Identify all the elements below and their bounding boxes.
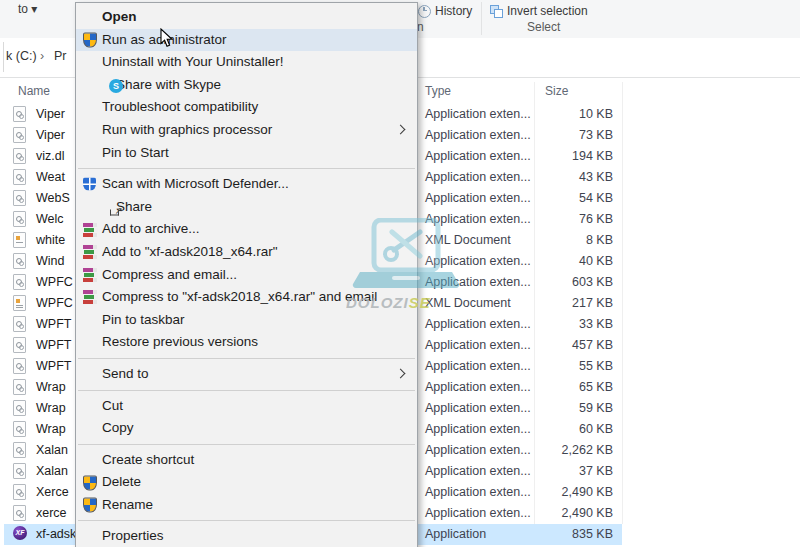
winrar-icon	[83, 223, 98, 237]
select-group-label: Select	[527, 20, 560, 34]
menu-item-rename[interactable]: Rename	[76, 494, 417, 517]
menu-item-create-shortcut[interactable]: Create shortcut	[76, 449, 417, 472]
menu-item-copy[interactable]: Copy	[76, 417, 417, 440]
file-type: Application exten...	[425, 422, 531, 436]
copy-to-button-fragment[interactable]: to ▾	[18, 2, 37, 16]
menu-item-add-to-archive[interactable]: Add to archive...	[76, 218, 417, 241]
menu-item-label: Open	[102, 9, 137, 24]
menu-separator	[78, 520, 415, 521]
file-size: 33 KB	[545, 317, 613, 331]
file-type: Application exten...	[425, 107, 531, 121]
dll-file-icon	[13, 358, 26, 374]
dll-file-icon	[13, 211, 26, 227]
menu-item-troubleshoot-compatibility[interactable]: Troubleshoot compatibility	[76, 96, 417, 119]
file-type: Application exten...	[425, 191, 531, 205]
file-name: WPFT	[36, 359, 71, 373]
menu-item-label: Delete	[102, 474, 141, 489]
menu-item-label: Properties	[102, 528, 164, 543]
menu-item-label: Troubleshoot compatibility	[102, 99, 258, 114]
file-size: 73 KB	[545, 128, 613, 142]
winrar-icon	[83, 290, 98, 304]
menu-item-pin-to-taskbar[interactable]: Pin to taskbar	[76, 309, 417, 332]
invert-selection-icon	[490, 5, 503, 18]
file-size: 835 KB	[545, 527, 613, 541]
menu-item-run-with-graphics-processor[interactable]: Run with graphics processor	[76, 119, 417, 142]
menu-item-delete[interactable]: Delete	[76, 471, 417, 494]
file-name: Viper	[36, 128, 65, 142]
menu-item-cut[interactable]: Cut	[76, 395, 417, 418]
file-size: 54 KB	[545, 191, 613, 205]
menu-item-share[interactable]: Share	[76, 196, 417, 219]
skype-icon	[109, 79, 123, 93]
column-header-name[interactable]: Name	[18, 84, 50, 98]
menu-item-label: Copy	[102, 420, 134, 435]
file-type: Application exten...	[425, 401, 531, 415]
menu-item-compress-and-email[interactable]: Compress and email...	[76, 264, 417, 287]
menu-item-label: Restore previous versions	[102, 334, 258, 349]
file-type: Application exten...	[425, 443, 531, 457]
menu-item-label: Add to "xf-adsk2018_x64.rar"	[102, 244, 277, 259]
file-type: Application exten...	[425, 212, 531, 226]
file-name: WebS	[36, 191, 70, 205]
file-size: 603 KB	[545, 275, 613, 289]
menu-item-label: Compress to "xf-adsk2018_x64.rar" and em…	[102, 289, 377, 304]
menu-item-compress-to-xf-adsk2018-x64-rar-and-email[interactable]: Compress to "xf-adsk2018_x64.rar" and em…	[76, 286, 417, 309]
file-name: viz.dl	[36, 149, 64, 163]
menu-item-uninstall-with-your-uninstaller[interactable]: Uninstall with Your Uninstaller!	[76, 51, 417, 74]
file-name: Weat	[36, 170, 65, 184]
file-size: 2,262 KB	[545, 443, 613, 457]
submenu-chevron-icon	[396, 369, 406, 379]
menu-item-label: Run as administrator	[102, 32, 227, 47]
menu-item-send-to[interactable]: Send to	[76, 363, 417, 386]
menu-item-open[interactable]: Open	[76, 6, 417, 29]
menu-item-add-to-xf-adsk2018-x64-rar[interactable]: Add to "xf-adsk2018_x64.rar"	[76, 241, 417, 264]
menu-item-run-as-administrator[interactable]: Run as administrator	[76, 29, 417, 52]
dll-file-icon	[13, 169, 26, 185]
breadcrumb-segment[interactable]: k (C:)	[6, 49, 37, 63]
file-size: 59 KB	[545, 401, 613, 415]
file-size: 10 KB	[545, 107, 613, 121]
file-type: Application exten...	[425, 275, 531, 289]
menu-separator	[78, 444, 415, 445]
file-size: 194 KB	[545, 149, 613, 163]
context-menu: OpenRun as administratorUninstall with Y…	[75, 2, 418, 547]
menu-item-share-with-skype[interactable]: Share with Skype	[76, 74, 417, 97]
file-type: Application exten...	[425, 359, 531, 373]
column-header-size[interactable]: Size	[545, 84, 568, 98]
file-type: Application exten...	[425, 170, 531, 184]
menu-item-properties[interactable]: Properties	[76, 525, 417, 547]
menu-item-label: Send to	[102, 366, 149, 381]
menu-item-pin-to-start[interactable]: Pin to Start	[76, 142, 417, 165]
winrar-icon	[83, 268, 98, 282]
menu-item-scan-with-microsoft-defender[interactable]: Scan with Microsoft Defender...	[76, 173, 417, 196]
file-type: Application exten...	[425, 317, 531, 331]
file-size: 37 KB	[545, 464, 613, 478]
file-type: Application	[425, 527, 486, 541]
file-size: 217 KB	[545, 296, 613, 310]
file-size: 55 KB	[545, 359, 613, 373]
menu-item-label: Run with graphics processor	[102, 122, 272, 137]
history-button[interactable]: History	[418, 4, 472, 18]
history-label: History	[435, 4, 472, 18]
dll-file-icon	[13, 274, 26, 290]
invert-selection-label: Invert selection	[507, 4, 588, 18]
explorer-window: to ▾ History Invert selection n Select k…	[0, 0, 800, 547]
menu-item-restore-previous-versions[interactable]: Restore previous versions	[76, 331, 417, 354]
history-icon	[418, 5, 431, 18]
menu-item-label: Add to archive...	[102, 221, 200, 236]
dll-file-icon	[13, 316, 26, 332]
file-name: xerce	[36, 506, 67, 520]
dll-file-icon	[13, 148, 26, 164]
xml-file-icon	[13, 295, 26, 311]
file-type: XML Document	[425, 233, 511, 247]
breadcrumb-segment[interactable]: Pr	[54, 49, 67, 63]
file-type: Application exten...	[425, 338, 531, 352]
invert-selection-button[interactable]: Invert selection	[490, 4, 588, 18]
dll-file-icon	[13, 337, 26, 353]
menu-item-label: Pin to taskbar	[102, 312, 185, 327]
column-header-type[interactable]: Type	[425, 84, 451, 98]
file-name: Viper	[36, 107, 65, 121]
dll-file-icon	[13, 379, 26, 395]
file-size: 457 KB	[545, 338, 613, 352]
file-name: WPFT	[36, 317, 71, 331]
